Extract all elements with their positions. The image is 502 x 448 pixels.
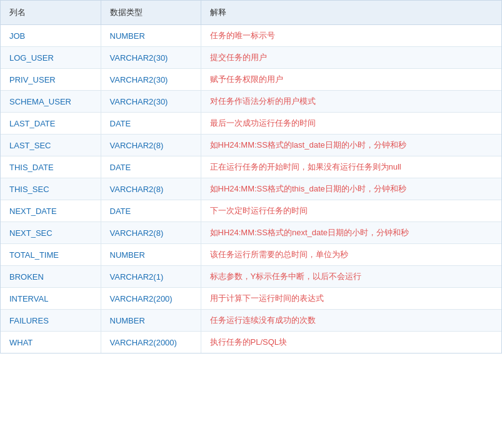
cell-desc: 标志参数，Y标示任务中断，以后不会运行 bbox=[201, 266, 501, 288]
col-desc-header: 解释 bbox=[201, 1, 501, 25]
cell-type: DATE bbox=[101, 156, 201, 178]
cell-type: VARCHAR2(8) bbox=[101, 222, 201, 244]
data-table: 列名 数据类型 解释 JOBNUMBER任务的唯一标示号LOG_USERVARC… bbox=[1, 1, 501, 353]
cell-name: JOB bbox=[1, 25, 101, 47]
cell-name: SCHEMA_USER bbox=[1, 91, 101, 113]
cell-name: WHAT bbox=[1, 332, 101, 354]
table-row: NEXT_SECVARCHAR2(8)如HH24:MM:SS格式的next_da… bbox=[1, 222, 501, 244]
table-header-row: 列名 数据类型 解释 bbox=[1, 1, 501, 25]
table-row: SCHEMA_USERVARCHAR2(30)对任务作语法分析的用户模式 bbox=[1, 91, 501, 113]
cell-desc: 用于计算下一运行时间的表达式 bbox=[201, 288, 501, 310]
table-row: THIS_DATEDATE正在运行任务的开始时间，如果没有运行任务则为null bbox=[1, 156, 501, 178]
cell-name: THIS_SEC bbox=[1, 178, 101, 200]
cell-desc: 任务运行连续没有成功的次数 bbox=[201, 310, 501, 332]
cell-desc: 如HH24:MM:SS格式的last_date日期的小时，分钟和秒 bbox=[201, 135, 501, 156]
cell-type: VARCHAR2(30) bbox=[101, 69, 201, 91]
col-type-header: 数据类型 bbox=[101, 1, 201, 25]
cell-desc: 任务的唯一标示号 bbox=[201, 25, 501, 47]
table-row: NEXT_DATEDATE下一次定时运行任务的时间 bbox=[1, 200, 501, 222]
cell-name: LAST_SEC bbox=[1, 135, 101, 156]
cell-type: NUMBER bbox=[101, 244, 201, 266]
cell-desc: 执行任务的PL/SQL块 bbox=[201, 332, 501, 354]
table-row: WHAT VARCHAR2(2000)执行任务的PL/SQL块 bbox=[1, 332, 501, 354]
cell-name: INTERVAL bbox=[1, 288, 101, 310]
cell-desc: 如HH24:MM:SS格式的this_date日期的小时，分钟和秒 bbox=[201, 178, 501, 200]
cell-type: VARCHAR2(30) bbox=[101, 47, 201, 69]
table-row: TOTAL_TIMENUMBER该任务运行所需要的总时间，单位为秒 bbox=[1, 244, 501, 266]
cell-name: THIS_DATE bbox=[1, 156, 101, 178]
cell-type: NUMBER bbox=[101, 310, 201, 332]
cell-type: VARCHAR2(200) bbox=[101, 288, 201, 310]
table-row: LOG_USERVARCHAR2(30)提交任务的用户 bbox=[1, 47, 501, 69]
table-row: THIS_SECVARCHAR2(8)如HH24:MM:SS格式的this_da… bbox=[1, 178, 501, 200]
table-row: BROKENVARCHAR2(1)标志参数，Y标示任务中断，以后不会运行 bbox=[1, 266, 501, 288]
cell-name: LOG_USER bbox=[1, 47, 101, 69]
main-table-container: 列名 数据类型 解释 JOBNUMBER任务的唯一标示号LOG_USERVARC… bbox=[0, 0, 502, 354]
cell-type: NUMBER bbox=[101, 25, 201, 47]
cell-type: VARCHAR2(1) bbox=[101, 266, 201, 288]
cell-desc: 下一次定时运行任务的时间 bbox=[201, 200, 501, 222]
cell-type: VARCHAR2(30) bbox=[101, 91, 201, 113]
cell-desc: 如HH24:MM:SS格式的next_date日期的小时，分钟和秒 bbox=[201, 222, 501, 244]
col-name-header: 列名 bbox=[1, 1, 101, 25]
table-row: FAILURESNUMBER任务运行连续没有成功的次数 bbox=[1, 310, 501, 332]
cell-type: VARCHAR2(8) bbox=[101, 178, 201, 200]
cell-name: LAST_DATE bbox=[1, 113, 101, 135]
cell-name: FAILURES bbox=[1, 310, 101, 332]
cell-type: DATE bbox=[101, 200, 201, 222]
table-row: LAST_DATEDATE最后一次成功运行任务的时间 bbox=[1, 113, 501, 135]
cell-name: NEXT_DATE bbox=[1, 200, 101, 222]
cell-desc: 该任务运行所需要的总时间，单位为秒 bbox=[201, 244, 501, 266]
cell-desc: 提交任务的用户 bbox=[201, 47, 501, 69]
cell-type: VARCHAR2(2000) bbox=[101, 332, 201, 354]
cell-name: PRIV_USER bbox=[1, 69, 101, 91]
cell-name: TOTAL_TIME bbox=[1, 244, 101, 266]
cell-desc: 赋予任务权限的用户 bbox=[201, 69, 501, 91]
cell-name: NEXT_SEC bbox=[1, 222, 101, 244]
table-row: INTERVALVARCHAR2(200)用于计算下一运行时间的表达式 bbox=[1, 288, 501, 310]
cell-desc: 最后一次成功运行任务的时间 bbox=[201, 113, 501, 135]
table-row: JOBNUMBER任务的唯一标示号 bbox=[1, 25, 501, 47]
cell-desc: 对任务作语法分析的用户模式 bbox=[201, 91, 501, 113]
cell-type: VARCHAR2(8) bbox=[101, 135, 201, 156]
cell-name: BROKEN bbox=[1, 266, 101, 288]
cell-type: DATE bbox=[101, 113, 201, 135]
table-row: PRIV_USERVARCHAR2(30)赋予任务权限的用户 bbox=[1, 69, 501, 91]
cell-desc: 正在运行任务的开始时间，如果没有运行任务则为null bbox=[201, 156, 501, 178]
table-row: LAST_SEC VARCHAR2(8)如HH24:MM:SS格式的last_d… bbox=[1, 135, 501, 156]
